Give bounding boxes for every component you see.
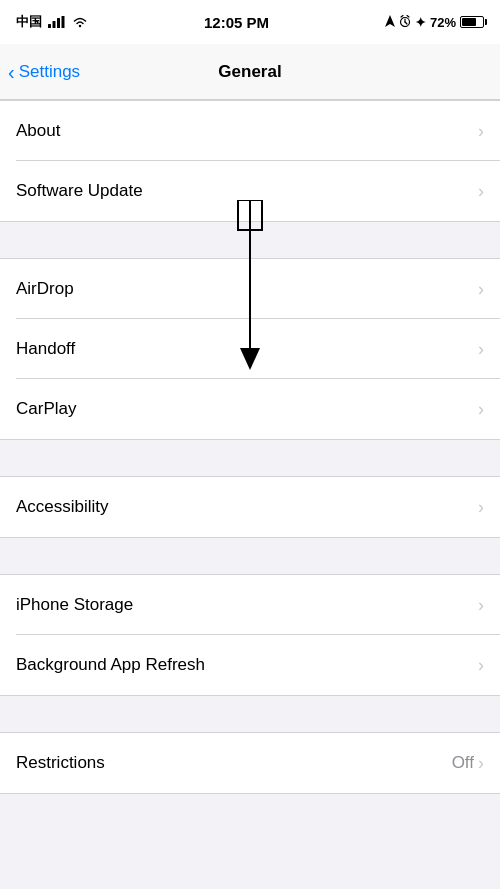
about-chevron-icon: › xyxy=(478,121,484,142)
airdrop-chevron-icon: › xyxy=(478,279,484,300)
svg-rect-1 xyxy=(53,21,56,28)
back-chevron-icon: ‹ xyxy=(8,62,15,82)
background-app-refresh-label: Background App Refresh xyxy=(16,655,205,675)
content: About › Software Update › AirDrop xyxy=(0,100,500,794)
carrier-text: 中国 xyxy=(16,13,42,31)
alarm-icon xyxy=(399,15,411,30)
signal-icon xyxy=(48,14,66,31)
carplay-chevron-icon: › xyxy=(478,399,484,420)
about-row[interactable]: About › xyxy=(0,101,500,161)
svg-rect-2 xyxy=(57,18,60,28)
section-accessibility-group: Accessibility › xyxy=(0,476,500,538)
location-icon xyxy=(385,15,395,30)
handoff-label: Handoff xyxy=(16,339,75,359)
gap-1 xyxy=(0,222,500,258)
gap-2 xyxy=(0,440,500,476)
section-restrictions-group: Restrictions Off › xyxy=(0,732,500,794)
airdrop-label: AirDrop xyxy=(16,279,74,299)
section-connectivity-group: AirDrop › Handoff › CarPlay › xyxy=(0,258,500,440)
software-update-label: Software Update xyxy=(16,181,143,201)
iphone-storage-chevron-icon: › xyxy=(478,595,484,616)
airdrop-row[interactable]: AirDrop › xyxy=(0,259,500,319)
handoff-chevron-icon: › xyxy=(478,339,484,360)
iphone-storage-row[interactable]: iPhone Storage › xyxy=(0,575,500,635)
about-label: About xyxy=(16,121,60,141)
accessibility-label: Accessibility xyxy=(16,497,109,517)
svg-line-7 xyxy=(405,22,407,24)
carplay-label: CarPlay xyxy=(16,399,76,419)
gap-4 xyxy=(0,696,500,732)
svg-marker-4 xyxy=(385,15,395,27)
handoff-row[interactable]: Handoff › xyxy=(0,319,500,379)
restrictions-row[interactable]: Restrictions Off › xyxy=(0,733,500,793)
restrictions-chevron-icon: › xyxy=(478,753,484,774)
carplay-row[interactable]: CarPlay › xyxy=(0,379,500,439)
battery-percentage: 72% xyxy=(430,15,456,30)
page-title: General xyxy=(218,62,281,82)
gap-3 xyxy=(0,538,500,574)
nav-bar: ‹ Settings General xyxy=(0,44,500,100)
iphone-storage-label: iPhone Storage xyxy=(16,595,133,615)
svg-rect-0 xyxy=(48,24,51,28)
svg-rect-3 xyxy=(62,16,65,28)
status-left: 中国 xyxy=(16,13,88,31)
status-bar: 中国 12:05 PM xyxy=(0,0,500,44)
section-about-group: About › Software Update › xyxy=(0,100,500,222)
bluetooth-icon: ✦ xyxy=(415,15,426,30)
back-button[interactable]: ‹ Settings xyxy=(8,62,80,82)
status-right: ✦ 72% xyxy=(385,15,484,30)
accessibility-row[interactable]: Accessibility › xyxy=(0,477,500,537)
background-app-refresh-chevron-icon: › xyxy=(478,655,484,676)
software-update-chevron-icon: › xyxy=(478,181,484,202)
background-app-refresh-row[interactable]: Background App Refresh › xyxy=(0,635,500,695)
back-label: Settings xyxy=(19,62,80,82)
section-storage-group: iPhone Storage › Background App Refresh … xyxy=(0,574,500,696)
accessibility-chevron-icon: › xyxy=(478,497,484,518)
restrictions-value: Off xyxy=(452,753,474,773)
software-update-row[interactable]: Software Update › xyxy=(0,161,500,221)
battery-icon xyxy=(460,16,484,28)
restrictions-label: Restrictions xyxy=(16,753,105,773)
wifi-icon xyxy=(72,14,88,31)
status-time: 12:05 PM xyxy=(204,14,269,31)
